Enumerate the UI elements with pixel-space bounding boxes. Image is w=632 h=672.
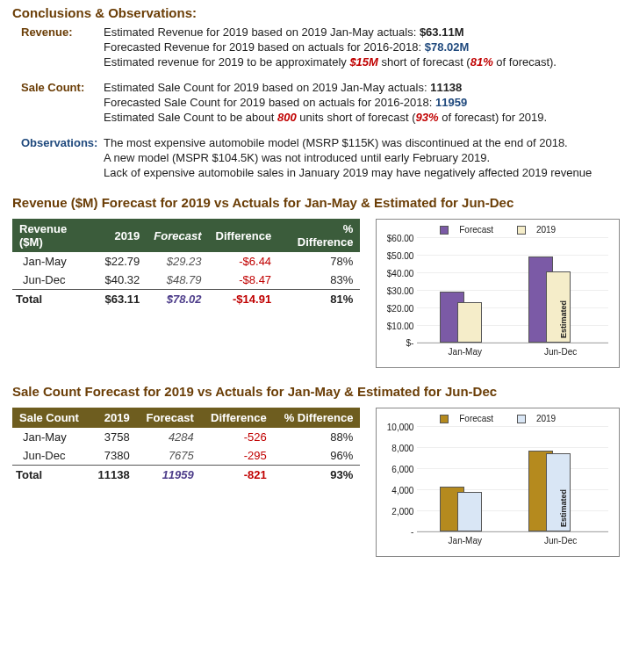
xlabel: Jan-May [417, 347, 513, 357]
revenue-conclusions: Revenue: Estimated Revenue for 2019 base… [12, 25, 620, 69]
th-diff: Difference [209, 219, 279, 252]
salecount-line1: Estimated Sale Count for 2019 based on 2… [104, 81, 620, 94]
revenue-line3: Estimated revenue for 2019 to be approxi… [104, 55, 620, 69]
salecount-line2: Forecasted Sale Count for 2019 based on … [104, 96, 620, 109]
th-forecast: Forecast [137, 408, 201, 428]
th-pctdiff: % Difference [278, 219, 360, 252]
bar-2019: Estimated [546, 271, 571, 343]
observations-line3: Lack of expensive automobile sales in Ja… [104, 166, 620, 179]
estimated-label: Estimated [559, 300, 568, 338]
xlabel: Jun-Dec [513, 536, 608, 546]
th-diff: Difference [201, 408, 274, 428]
th-2019: 2019 [98, 219, 147, 252]
th-name: Sale Count [12, 408, 89, 428]
xlabel: Jun-Dec [513, 347, 608, 357]
revenue-line2: Forecasted Revenue for 2019 based on act… [104, 40, 620, 54]
chart-legend: Forecast 2019 [384, 414, 612, 423]
table-row: Jun-Dec 7380 7675 -295 96% [12, 446, 360, 466]
table-row: Jan-May 3758 4284 -526 88% [12, 428, 360, 446]
revenue-label: Revenue: [12, 25, 104, 39]
xlabel: Jan-May [417, 536, 513, 546]
section1-title: Revenue ($M) Forecast for 2019 vs Actual… [12, 195, 620, 210]
th-2019: 2019 [89, 408, 136, 428]
chart-legend: Forecast 2019 [384, 225, 612, 235]
table-row: Jun-Dec $40.32 $48.79 -$8.47 83% [12, 271, 360, 290]
revenue-chart: Forecast 2019 $- $10.00 $20.00 $30.00 $4… [376, 219, 620, 368]
observations-label: Observations: [12, 136, 104, 149]
observations-line2: A new model (MSPR $104.5K) was not intro… [104, 151, 620, 164]
salecount-label: Sale Count: [12, 81, 104, 94]
observations-block: Observations: The most expensive automob… [12, 136, 620, 179]
bar-2019 [457, 492, 482, 531]
observations-line1: The most expensive automobile model (MSR… [104, 136, 620, 149]
table-row: Jan-May $22.79 $29.23 -$6.44 78% [12, 252, 360, 271]
th-name: Revenue ($M) [12, 219, 98, 252]
bar-2019: Estimated [546, 453, 571, 531]
salecount-table: Sale Count 2019 Forecast Difference % Di… [12, 408, 360, 484]
estimated-label: Estimated [559, 489, 568, 527]
salecount-chart: Forecast 2019 - 2,000 4,000 6,000 8,000 … [376, 408, 620, 557]
salecount-conclusions: Sale Count: Estimated Sale Count for 201… [12, 81, 620, 124]
th-forecast: Forecast [147, 219, 208, 252]
salecount-line3: Estimated Sale Count to be about 800 uni… [104, 111, 620, 124]
page-title: Conclusions & Observations: [12, 5, 620, 20]
table-total-row: Total $63.11 $78.02 -$14.91 81% [12, 290, 360, 309]
revenue-table: Revenue ($M) 2019 Forecast Difference % … [12, 219, 360, 308]
th-pctdiff: % Difference [274, 408, 361, 428]
bar-2019 [457, 302, 482, 343]
revenue-line1: Estimated Revenue for 2019 based on 2019… [104, 25, 620, 39]
table-total-row: Total 11138 11959 -821 93% [12, 466, 360, 485]
section2-title: Sale Count Forecast for 2019 vs Actuals … [12, 384, 620, 399]
